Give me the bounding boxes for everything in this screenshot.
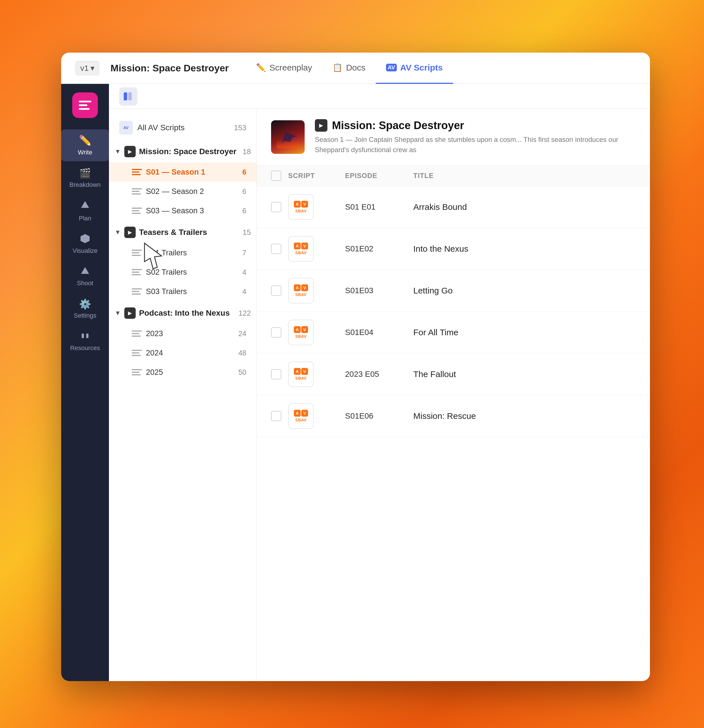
svg-rect-0	[79, 101, 91, 103]
2023-label: 2023	[146, 329, 163, 338]
tab-av-scripts[interactable]: AV AV Scripts	[376, 53, 453, 84]
visualize-icon	[80, 234, 90, 245]
header-check	[271, 170, 288, 181]
all-av-scripts-item[interactable]: AV All AV Scripts 153	[109, 115, 257, 141]
play-icon-3: ▶	[124, 308, 136, 319]
thumbnail-inner	[271, 120, 305, 154]
toolbar-row	[109, 84, 650, 109]
lines-icon-s01	[132, 167, 142, 177]
sidebar-item-write[interactable]: ✏️ Write	[61, 129, 109, 161]
group-podcast-header[interactable]: ▼ ▶ Podcast: Into the Nexus 122	[109, 302, 257, 324]
table-row[interactable]: A V SBAV S01E04 For All Time	[257, 312, 650, 354]
2025-count: 50	[239, 368, 246, 377]
sidebar-child-s01-trailers[interactable]: S01 Trailers 7	[109, 243, 257, 263]
svg-rect-8	[124, 92, 127, 100]
resources-icon	[80, 331, 90, 342]
table-row[interactable]: A V SBAV S01E03 Letting Go	[257, 270, 650, 312]
app-window: v1 ▾ Mission: Space Destroyer ✏️ Screenp…	[61, 53, 650, 681]
row-check-5	[271, 369, 288, 379]
sidebar-child-s01[interactable]: S01 — Season 1 6	[109, 162, 257, 182]
svg-rect-1	[79, 104, 87, 106]
header-tabs: ✏️ Screenplay 📋 Docs AV AV Scripts	[246, 53, 636, 84]
tab-docs-label: Docs	[346, 63, 365, 72]
logo	[72, 92, 98, 118]
sidebar-item-plan[interactable]: Plan	[61, 195, 109, 227]
sidebar-child-2024[interactable]: 2024 48	[109, 343, 257, 363]
table-row[interactable]: A V SBAV S01 E01 Arrakis Bound	[257, 186, 650, 228]
row-script-5: A V SBAV	[288, 361, 345, 387]
version-chevron: ▾	[90, 64, 94, 73]
project-info-title: Mission: Space Destroyer	[332, 120, 464, 131]
play-icon-2: ▶	[124, 227, 136, 238]
script-badge-6: A V SBAV	[288, 403, 314, 429]
right-panel: AV All AV Scripts 153 ▼ ▶ Mission: Space…	[109, 84, 650, 681]
sidebar-child-s03-trailers[interactable]: S03 Trailers 4	[109, 282, 257, 301]
row-checkbox-1[interactable]	[271, 202, 281, 212]
s01-trailers-left: S01 Trailers	[132, 248, 187, 258]
row-check-4	[271, 327, 288, 338]
row-checkbox-3[interactable]	[271, 286, 281, 296]
s01-trailers-count: 7	[242, 249, 246, 257]
badge-av-4: A V	[294, 326, 308, 333]
lines-icon-2024	[132, 348, 142, 358]
settings-icon: ⚙️	[79, 298, 91, 310]
row-episode-4: S01E04	[345, 328, 413, 337]
2025-left: 2025	[132, 367, 163, 377]
svg-rect-6	[82, 334, 84, 338]
tab-docs[interactable]: 📋 Docs	[322, 53, 376, 84]
table-row[interactable]: A V SBAV S01E02 Into the Nexus	[257, 228, 650, 270]
row-check-3	[271, 286, 288, 296]
s03-left: S03 — Season 3	[132, 206, 204, 216]
badge-sbav-6: SBAV	[295, 418, 306, 422]
version-label: v1	[80, 64, 89, 73]
group-podcast: ▼ ▶ Podcast: Into the Nexus 122 2023	[109, 302, 257, 382]
header-checkbox[interactable]	[271, 170, 281, 181]
badge-av-6: A V	[294, 410, 308, 417]
all-av-scripts-left: AV All AV Scripts	[119, 121, 185, 134]
version-badge[interactable]: v1 ▾	[75, 61, 99, 75]
group-mission-header[interactable]: ▼ ▶ Mission: Space Destroyer 18	[109, 141, 257, 162]
tab-screenplay[interactable]: ✏️ Screenplay	[246, 53, 322, 84]
row-title-5: The Fallout	[413, 370, 636, 379]
sidebar-item-visualize[interactable]: Visualize	[61, 228, 109, 260]
main-content: ▶ Mission: Space Destroyer Season 1 — Jo…	[257, 109, 650, 681]
group-teasers-label: Teasers & Trailers	[139, 228, 239, 237]
all-av-scripts-count: 153	[234, 123, 246, 132]
view-toggle-button[interactable]	[119, 87, 137, 105]
sidebar-item-shoot[interactable]: Shoot	[61, 261, 109, 292]
badge-sbav-1: SBAV	[295, 209, 306, 213]
shoot-icon	[80, 266, 90, 277]
s02-trailers-count: 4	[242, 268, 246, 276]
table-header: SCRIPT EPISODE TITLE	[257, 166, 650, 186]
row-checkbox-4[interactable]	[271, 327, 281, 338]
row-title-3: Letting Go	[413, 286, 636, 295]
group-teasers-header[interactable]: ▼ ▶ Teasers & Trailers 15	[109, 221, 257, 243]
badge-sbav-3: SBAV	[295, 292, 306, 297]
row-checkbox-6[interactable]	[271, 411, 281, 421]
sidebar-child-s02-trailers[interactable]: S02 Trailers 4	[109, 263, 257, 282]
chevron-down-icon: ▼	[115, 148, 121, 155]
sidebar-item-settings[interactable]: ⚙️ Settings	[61, 293, 109, 325]
row-check-2	[271, 244, 288, 254]
table-row[interactable]: A V SBAV S01E06 Mission: Rescue	[257, 395, 650, 437]
sidebar-child-2025[interactable]: 2025 50	[109, 363, 257, 382]
table-row[interactable]: A V SBAV 2023 E05 The Fallout	[257, 354, 650, 395]
sidebar-item-resources[interactable]: Resources	[61, 326, 109, 357]
all-av-scripts-label: All AV Scripts	[137, 123, 185, 132]
col-title-header: TITLE	[413, 172, 636, 180]
row-checkbox-2[interactable]	[271, 244, 281, 254]
2024-left: 2024	[132, 348, 163, 358]
row-checkbox-5[interactable]	[271, 369, 281, 379]
badge-sbav-4: SBAV	[295, 334, 306, 339]
write-icon: ✏️	[79, 134, 92, 146]
doc-icon: 📋	[332, 63, 343, 72]
row-title-4: For All Time	[413, 328, 636, 337]
sidebar-child-s03[interactable]: S03 — Season 3 6	[109, 201, 257, 220]
sidebar-child-2023[interactable]: 2023 24	[109, 324, 257, 343]
sidebar-list: AV All AV Scripts 153 ▼ ▶ Mission: Space…	[109, 109, 257, 681]
sidebar-child-s02[interactable]: S02 — Season 2 6	[109, 182, 257, 201]
svg-rect-7	[86, 334, 88, 338]
sidebar-item-breakdown[interactable]: 🎬 Breakdown	[61, 162, 109, 194]
group-podcast-count: 122	[239, 309, 251, 318]
svg-rect-9	[128, 92, 132, 100]
